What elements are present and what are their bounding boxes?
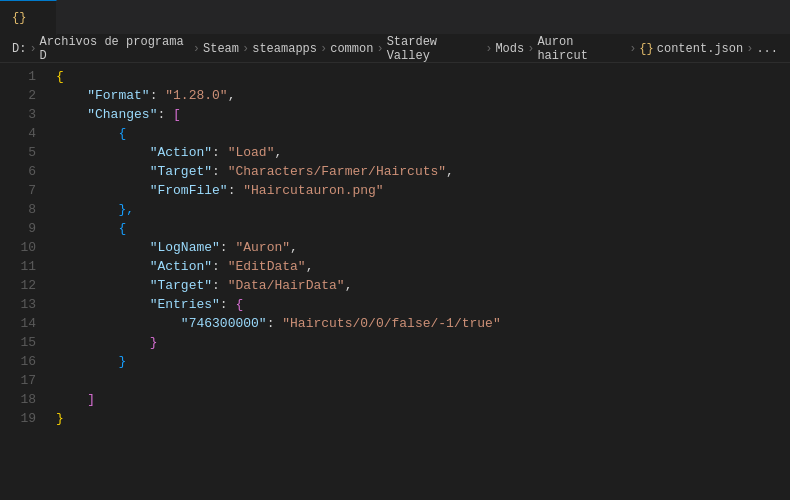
- tab-file-icon: {}: [12, 11, 26, 25]
- line-number: 7: [12, 181, 36, 200]
- tab-bar: {}: [0, 0, 790, 35]
- line-number: 14: [12, 314, 36, 333]
- code-line: [56, 371, 790, 390]
- line-number: 2: [12, 86, 36, 105]
- line-number: 12: [12, 276, 36, 295]
- code-line: }: [56, 352, 790, 371]
- code-line: ]: [56, 390, 790, 409]
- code-line: }: [56, 333, 790, 352]
- line-number: 10: [12, 238, 36, 257]
- code-line: {: [56, 124, 790, 143]
- line-number: 17: [12, 371, 36, 390]
- code-line: "746300000": "Haircuts/0/0/false/-1/true…: [56, 314, 790, 333]
- code-line: }: [56, 409, 790, 428]
- line-number: 15: [12, 333, 36, 352]
- tab-close-button[interactable]: [38, 17, 44, 19]
- breadcrumb-steam[interactable]: Steam: [203, 42, 239, 56]
- line-number: 3: [12, 105, 36, 124]
- code-line: "Action": "EditData",: [56, 257, 790, 276]
- breadcrumb-ellipsis[interactable]: ...: [756, 42, 778, 56]
- breadcrumb-file-icon: {}: [639, 42, 653, 56]
- breadcrumb-steamapps[interactable]: steamapps: [252, 42, 317, 56]
- line-number: 6: [12, 162, 36, 181]
- code-line: "Action": "Load",: [56, 143, 790, 162]
- code-line: "LogName": "Auron",: [56, 238, 790, 257]
- code-line: },: [56, 200, 790, 219]
- breadcrumb-file[interactable]: content.json: [657, 42, 743, 56]
- line-number: 19: [12, 409, 36, 428]
- line-number: 1: [12, 67, 36, 86]
- line-number: 4: [12, 124, 36, 143]
- code-line: "Changes": [: [56, 105, 790, 124]
- breadcrumb-auron[interactable]: Auron haircut: [537, 35, 626, 63]
- line-number: 9: [12, 219, 36, 238]
- breadcrumb: D: › Archivos de programa D › Steam › st…: [0, 35, 790, 63]
- tab-content-json[interactable]: {}: [0, 0, 57, 35]
- line-number: 11: [12, 257, 36, 276]
- code-line: {: [56, 67, 790, 86]
- breadcrumb-archivos[interactable]: Archivos de programa D: [40, 35, 190, 63]
- breadcrumb-mods[interactable]: Mods: [495, 42, 524, 56]
- code-area[interactable]: { "Format": "1.28.0", "Changes": [ { "Ac…: [48, 63, 790, 500]
- code-line: {: [56, 219, 790, 238]
- line-number: 5: [12, 143, 36, 162]
- line-number: 16: [12, 352, 36, 371]
- breadcrumb-drive[interactable]: D:: [12, 42, 26, 56]
- line-number: 18: [12, 390, 36, 409]
- code-line: "Entries": {: [56, 295, 790, 314]
- breadcrumb-common[interactable]: common: [330, 42, 373, 56]
- code-line: "Format": "1.28.0",: [56, 86, 790, 105]
- editor: 12345678910111213141516171819 { "Format"…: [0, 63, 790, 500]
- code-line: "Target": "Data/HairData",: [56, 276, 790, 295]
- line-number: 13: [12, 295, 36, 314]
- code-line: "Target": "Characters/Farmer/Haircuts",: [56, 162, 790, 181]
- breadcrumb-stardew[interactable]: Stardew Valley: [387, 35, 483, 63]
- line-number: 8: [12, 200, 36, 219]
- code-line: "FromFile": "Haircutauron.png": [56, 181, 790, 200]
- line-numbers: 12345678910111213141516171819: [0, 63, 48, 500]
